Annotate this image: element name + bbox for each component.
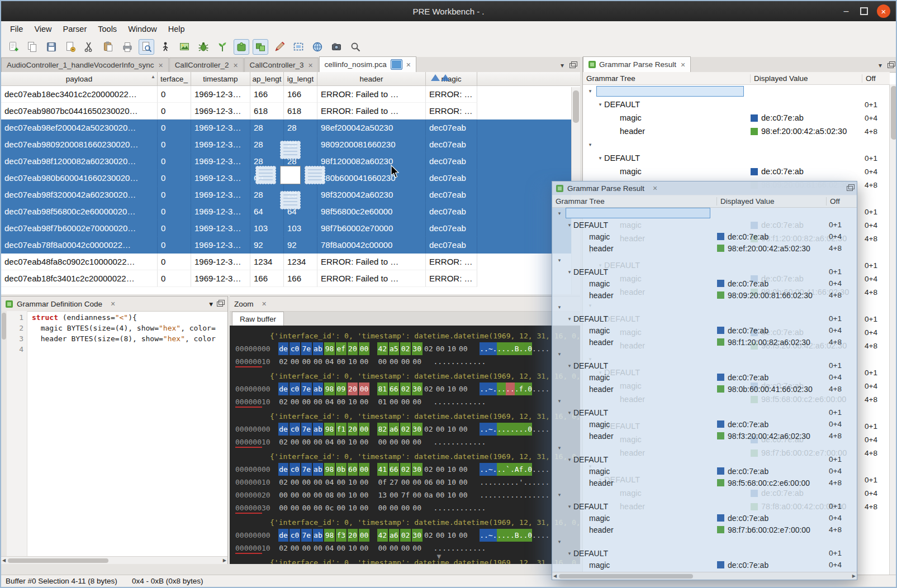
hex-row[interactable]: 00000010020000000400100000000000........… (235, 436, 580, 448)
tree-row[interactable]: ▾ (583, 138, 890, 151)
hex-row[interactable]: 00000010020000000400100000000000........… (235, 355, 580, 368)
hex-row[interactable]: 00000030000000000c00100000000000........… (235, 501, 580, 514)
scrollbar-thumb[interactable] (891, 86, 897, 140)
scrollbar-thumb[interactable] (8, 558, 108, 563)
menu-tools[interactable]: Tools (92, 23, 122, 35)
tree-row[interactable]: magicde:c0:7e:ab0+4 (583, 111, 890, 125)
chevron-down-icon[interactable]: ▾ (556, 445, 563, 451)
hex-row[interactable]: 00000020000000000800100013007f000a001000… (235, 489, 580, 501)
scroll-right-icon[interactable]: ▶ (223, 558, 226, 563)
cut-icon[interactable] (82, 39, 97, 55)
tree-row[interactable]: ▾DEFAULT0+1 (552, 547, 857, 559)
table-row[interactable]: dec07eab18fc3401c2c20000022…01969-12-3…1… (1, 270, 580, 287)
tree-row[interactable]: ▾ (552, 348, 857, 360)
paste-icon[interactable] (101, 39, 116, 55)
tree-row[interactable]: ▾ (583, 84, 890, 98)
close-icon[interactable]: × (308, 61, 312, 70)
floating-window-title-bar[interactable]: Grammar Parse Result × (552, 181, 857, 195)
chevron-down-icon[interactable]: ▾ (566, 551, 573, 556)
find-in-file-icon[interactable] (139, 39, 154, 55)
scroll-left-icon[interactable]: ◀ (2, 558, 6, 563)
dock-center-target[interactable] (280, 166, 301, 184)
floating-grammar-parse-result-window[interactable]: Grammar Parse Result × Grammar Tree Disp… (552, 181, 857, 580)
tree-row[interactable]: ▾ (552, 536, 857, 547)
tree-row[interactable]: ▾DEFAULT0+1 (552, 313, 857, 324)
column-grammar-tree[interactable]: Grammar Tree (583, 74, 751, 83)
chevron-down-icon[interactable]: ▾ (566, 222, 573, 228)
chevron-down-icon[interactable]: ▾ (556, 257, 563, 263)
column-header-header[interactable]: header (317, 72, 426, 85)
minimize-button[interactable]: – (841, 6, 851, 16)
debug-bug-icon[interactable] (196, 39, 211, 55)
hex-dump-view[interactable]: {'interface_id': 0, 'timestamp': datetim… (230, 326, 580, 564)
column-displayed-value[interactable]: Displayed Value (717, 197, 827, 205)
tree-row[interactable]: magicde:c0:7e:ab0+4 (552, 465, 857, 477)
close-icon[interactable]: × (158, 61, 163, 70)
panel-dropdown[interactable]: ▾ (209, 299, 213, 308)
image-view-icon[interactable] (177, 39, 192, 55)
tree-row[interactable]: header98:f1:20:00:82:a6:02:304+8 (552, 336, 857, 348)
tab-CallController_2[interactable]: CallController_2× (169, 58, 244, 72)
scroll-down-icon[interactable]: ▼ (435, 552, 443, 561)
code-scrollbar-horizontal[interactable]: ◀ ▶ (1, 556, 227, 564)
chevron-down-icon[interactable]: ▾ (596, 102, 604, 107)
floating-scrollbar-horizontal[interactable]: ◀ ▶ (552, 572, 857, 580)
tree-row[interactable]: ▾DEFAULT0+1 (583, 151, 890, 165)
maximize-button[interactable] (859, 7, 869, 15)
column-displayed-value[interactable]: Displayed Value (751, 74, 862, 83)
column-header-terface_[interactable]: terface_ (158, 72, 191, 85)
dock-left-target[interactable] (255, 166, 276, 184)
hex-row[interactable]: 00000000dec07eab98f3200042a6023002001000… (235, 529, 580, 542)
print-icon[interactable] (120, 39, 135, 55)
hex-row[interactable]: 00000000dec07eab980920008166023002001000… (235, 383, 580, 395)
menu-help[interactable]: Help (163, 23, 191, 35)
tree-row[interactable]: ▾DEFAULT0+1 (552, 360, 857, 371)
tree-row[interactable]: ▾DEFAULT0+1 (552, 407, 857, 418)
tree-row[interactable]: ▾ (552, 301, 857, 313)
search-icon[interactable] (348, 39, 363, 55)
code-editor[interactable]: 1234 struct (endianness="<"){ magic BYTE… (7, 311, 227, 556)
tree-row[interactable]: ▾ (552, 395, 857, 407)
chevron-down-icon[interactable]: ▾ (566, 269, 573, 275)
tab-cellinfo_nosim.pca[interactable]: cellinfo_nosim.pca× (319, 56, 416, 72)
dock-bottom-target[interactable] (280, 191, 301, 209)
save-icon[interactable] (44, 39, 59, 55)
tree-scrollbar[interactable] (889, 84, 897, 575)
close-icon[interactable]: × (111, 299, 115, 308)
parse-toggle-icon[interactable] (234, 39, 249, 55)
dock-right-target[interactable] (305, 166, 325, 184)
chevron-down-icon[interactable]: ▾ (596, 155, 604, 161)
float-panel-icon[interactable] (887, 63, 894, 68)
run-icon[interactable] (158, 39, 173, 55)
close-icon[interactable]: × (681, 60, 685, 69)
tree-row[interactable]: ▾ (552, 489, 857, 500)
menu-window[interactable]: Window (122, 23, 163, 35)
column-offset[interactable]: Off (862, 74, 890, 83)
table-row[interactable]: dec07eab78f8a00042c0000022…01969-12-3…92… (1, 237, 580, 254)
chevron-down-icon[interactable]: ▾ (566, 504, 573, 509)
chevron-down-icon[interactable]: ▾ (556, 539, 563, 544)
tree-row[interactable]: ▾DEFAULT0+1 (552, 219, 857, 231)
tree-row[interactable]: magicde:c0:7e:ab0+4 (583, 165, 890, 178)
column-header-ap_lengt[interactable]: ap_lengt (250, 72, 284, 85)
chevron-down-icon[interactable]: ▾ (566, 363, 573, 369)
parse-all-toggle-icon[interactable] (253, 39, 268, 55)
chevron-down-icon[interactable]: ▾ (566, 457, 573, 462)
chevron-down-icon[interactable]: ▾ (556, 211, 563, 216)
tree-row[interactable]: header98:f3:20:00:42:a6:02:304+8 (552, 430, 857, 442)
tab-raw-buffer[interactable]: Raw buffer (232, 312, 284, 326)
new-file-icon[interactable] (6, 39, 21, 55)
titlebar[interactable]: PRE Workbench - . – × (1, 1, 896, 21)
chevron-down-icon[interactable]: ▾ (586, 88, 594, 94)
column-offset[interactable]: Off (827, 197, 857, 205)
menu-file[interactable]: File (4, 23, 29, 35)
chevron-down-icon[interactable]: ▾ (556, 304, 563, 310)
close-icon[interactable]: × (653, 184, 657, 193)
code-text[interactable]: struct (endianness="<"){ magic BYTES(siz… (27, 311, 216, 556)
table-row[interactable]: dec07eab9807bc0441650230020…01969-12-3…6… (1, 103, 580, 119)
hex-row[interactable]: 00000000dec07eab98f1200082a6023002001000… (235, 423, 580, 436)
chevron-down-icon[interactable]: ▾ (566, 316, 573, 322)
chevron-down-icon[interactable]: ▾ (586, 142, 594, 147)
tree-row[interactable]: ▾DEFAULT0+1 (583, 98, 890, 111)
hex-row[interactable]: 00000010020000000400100000000000........… (235, 542, 580, 554)
